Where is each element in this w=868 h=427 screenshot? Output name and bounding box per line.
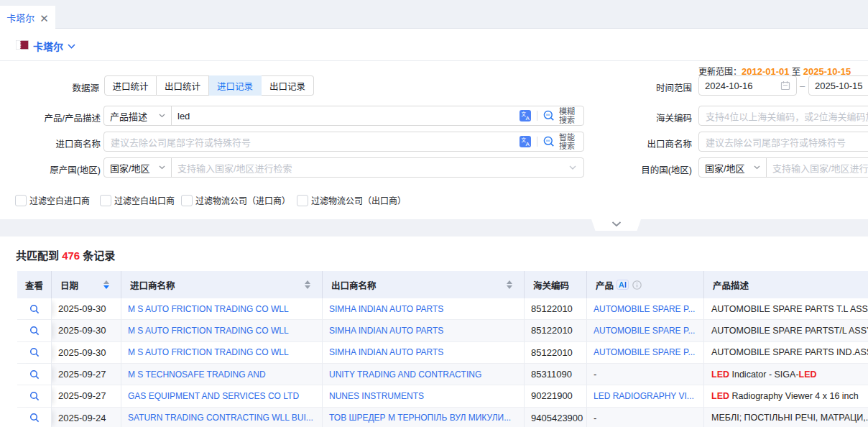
svg-text:A: A [526,115,530,121]
svg-text:A: A [526,141,530,147]
